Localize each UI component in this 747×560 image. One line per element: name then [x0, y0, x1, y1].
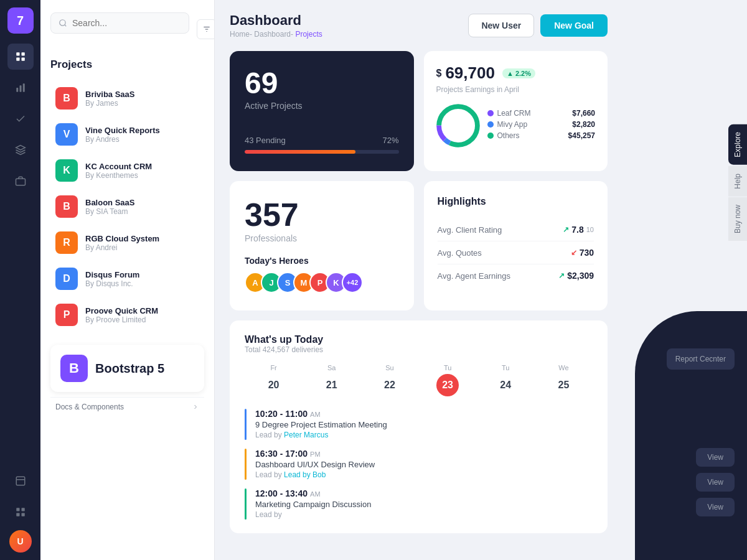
highlight-row: Avg. Client Rating ↗ 7.8 10	[438, 218, 594, 241]
event-bar	[245, 409, 247, 440]
search-icon	[59, 19, 67, 27]
svg-point-23	[447, 115, 469, 137]
sidebar-icon-chart[interactable]	[7, 75, 34, 101]
earnings-amount: 69,700	[445, 63, 495, 83]
professionals-card: 357 Professionals Today's Heroes AJSMPK+…	[230, 181, 414, 310]
event-title: Dashboard UI/UX Design Review	[255, 460, 375, 469]
earnings-card: $ 69,700 ▲ 2.2% Projects Earnings in Apr…	[424, 51, 608, 171]
report-center-button[interactable]: Report Cecnter	[667, 348, 735, 370]
calendar-day[interactable]: Su 22	[360, 364, 418, 396]
cards-row-1: 69 Active Projects 43 Pending 72% $ 69,7…	[230, 51, 608, 171]
right-tab-explore[interactable]: Explore	[728, 124, 747, 165]
project-logo: D	[55, 268, 78, 290]
sidebar-icon-check[interactable]	[7, 106, 34, 132]
project-item[interactable]: R RGB Cloud System By Andrei	[50, 225, 204, 260]
calendar-day[interactable]: Sa 21	[303, 364, 360, 396]
progress-pct: 72%	[382, 136, 398, 145]
professionals-number: 357	[245, 198, 399, 231]
legend-item-others: Others $45,257	[487, 131, 596, 140]
svg-rect-5	[19, 85, 21, 92]
svg-rect-0	[16, 52, 19, 55]
hero-more: +42	[342, 272, 363, 293]
legend-dot-mivy	[487, 121, 494, 128]
cal-day-num: 25	[552, 374, 575, 396]
highlights-card: Highlights Avg. Client Rating ↗ 7.8 10 A…	[424, 181, 608, 310]
svg-rect-12	[21, 508, 24, 511]
project-name: Proove Quick CRM	[85, 306, 199, 315]
calendar-day[interactable]: Fr 20	[245, 364, 303, 396]
event-item: 12:00 - 13:40AM Marketing Campaign Discu…	[245, 488, 593, 520]
event-time: 12:00 - 13:40AM	[255, 488, 371, 498]
view-button-3[interactable]: View	[696, 498, 735, 516]
project-item[interactable]: P Proove Quick CRM By Proove Limited	[50, 297, 204, 332]
view-button-1[interactable]: View	[696, 448, 735, 467]
calendar-day[interactable]: Tu 23	[419, 364, 477, 396]
donut-row: Leaf CRM $7,660 Mivy App $2,820 Others $…	[436, 104, 596, 147]
project-by: By James	[85, 99, 199, 108]
filter-button[interactable]	[197, 19, 215, 39]
sidebar-icon-briefcase[interactable]	[7, 168, 34, 194]
svg-marker-7	[16, 146, 25, 151]
trend-up-icon: ↗	[563, 225, 569, 234]
avatars-row: AJSMPK+42	[245, 272, 399, 293]
user-avatar[interactable]: U	[9, 530, 32, 553]
project-item[interactable]: V Vine Quick Reports By Andres	[50, 117, 204, 152]
project-logo: V	[55, 123, 78, 146]
project-logo: K	[55, 159, 78, 182]
calendar-day[interactable]: We 25	[535, 364, 593, 396]
event-lead-link[interactable]: Lead by Bob	[284, 470, 326, 479]
event-lead: Lead by Lead by Bob	[255, 470, 375, 479]
legend-item-leaf: Leaf CRM $7,660	[487, 109, 596, 118]
svg-rect-13	[16, 513, 19, 516]
svg-rect-9	[16, 477, 25, 485]
new-goal-button[interactable]: New Goal	[540, 14, 608, 37]
project-info: RGB Cloud System By Andrei	[85, 234, 199, 252]
donut-chart	[436, 104, 480, 147]
event-time: 10:20 - 11:00AM	[255, 409, 387, 419]
highlight-row: Avg. Agent Earnings ↗ $2,309	[438, 264, 594, 287]
event-bar	[245, 449, 247, 480]
project-by: By Andrei	[85, 243, 199, 252]
sidebar-icon-panel[interactable]	[7, 468, 34, 494]
project-by: By Keenthemes	[85, 171, 199, 180]
project-item[interactable]: K KC Account CRM By Keenthemes	[50, 153, 204, 188]
legend-name-mivy: Mivy App	[497, 120, 573, 129]
project-by: By Disqus Inc.	[85, 279, 199, 288]
project-item[interactable]: B Briviba SaaS By James	[50, 81, 204, 116]
project-logo: R	[55, 231, 78, 254]
search-input[interactable]	[72, 18, 181, 28]
pending-label: 43 Pending	[245, 136, 286, 145]
view-button-2[interactable]: View	[696, 473, 735, 492]
right-tab-buynow[interactable]: Buy now	[728, 197, 747, 241]
trend-down-icon: ↙	[571, 248, 577, 257]
event-lead: Lead by	[255, 510, 371, 519]
right-tab-help[interactable]: Help	[728, 166, 747, 197]
highlight-name: Avg. Agent Earnings	[438, 271, 511, 281]
event-lead-link[interactable]: Peter Marcus	[284, 431, 328, 439]
cal-day-name: Fr	[245, 364, 303, 371]
events-list: 10:20 - 11:00AM 9 Degree Project Estimat…	[245, 409, 593, 520]
legend-name-leaf: Leaf CRM	[497, 109, 573, 118]
sidebar-icon-grid[interactable]	[7, 44, 34, 70]
active-projects-number: 69	[245, 68, 399, 98]
search-bar[interactable]	[50, 12, 189, 34]
calendar-day[interactable]: Tu 24	[477, 364, 535, 396]
cal-day-name: Tu	[477, 364, 535, 371]
cal-day-num: 20	[263, 374, 285, 396]
event-period: PM	[310, 450, 321, 458]
right-tab-group: Explore Help Buy now	[728, 124, 747, 241]
bootstrap-card: B Bootstrap 5	[50, 345, 204, 392]
sidebar-icon-grid2[interactable]	[7, 499, 34, 525]
project-item[interactable]: B Baloon SaaS By SIA Team	[50, 189, 204, 224]
sidebar-icon-layers[interactable]	[7, 137, 34, 163]
sidebar-avatar[interactable]: 7	[7, 7, 34, 34]
project-item[interactable]: D Disqus Forum By Disqus Inc.	[50, 261, 204, 296]
new-user-button[interactable]: New User	[468, 14, 534, 37]
earnings-badge: ▲ 2.2%	[502, 68, 535, 78]
project-by: By SIA Team	[85, 207, 199, 216]
cal-day-num: 21	[321, 374, 343, 396]
svg-rect-6	[22, 83, 24, 92]
docs-row[interactable]: Docs & Components	[50, 397, 204, 416]
project-name: Briviba SaaS	[85, 90, 199, 99]
svg-point-15	[60, 20, 65, 26]
